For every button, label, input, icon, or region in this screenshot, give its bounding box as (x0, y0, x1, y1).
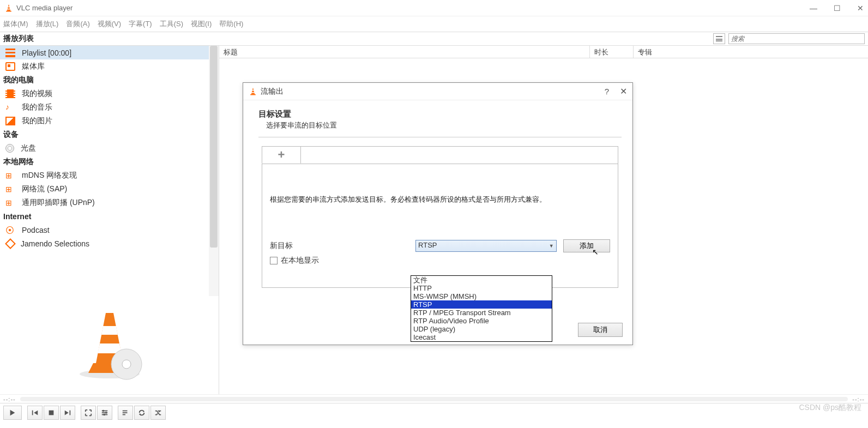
svg-marker-15 (10, 409, 15, 415)
maximize-button[interactable]: ☐ (834, 4, 841, 13)
show-local-label: 在本地显示 (281, 256, 319, 266)
dropdown-option[interactable]: RTSP (411, 300, 552, 309)
sidebar-item-label: Playlist [00:00] (19, 49, 71, 57)
menu-view[interactable]: 视图(I) (191, 19, 212, 29)
mus-icon: ♪ (5, 103, 15, 112)
col-duration[interactable]: 时长 (590, 46, 634, 58)
search-input[interactable] (728, 33, 865, 44)
vlc-cone-icon (4, 4, 13, 13)
seek-track[interactable] (20, 397, 848, 401)
sidebar-item[interactable]: ♪我的音乐 (0, 100, 219, 114)
svg-point-24 (103, 409, 105, 412)
add-tab-button[interactable]: + (262, 146, 301, 164)
sidebar: Playlist [00:00]媒体库我的电脑我的视频♪我的音乐我的图片设备光盘… (0, 46, 219, 394)
svg-rect-27 (123, 410, 128, 411)
sidebar-category: 设备 (0, 128, 219, 141)
dropdown-option[interactable]: 文件 (411, 276, 552, 284)
sidebar-item[interactable]: Jamendo Selections (0, 237, 219, 250)
col-title[interactable]: 标题 (219, 46, 590, 58)
menu-subtitle[interactable]: 字幕(T) (129, 19, 152, 29)
svg-marker-19 (65, 410, 69, 415)
show-local-checkbox[interactable] (270, 257, 278, 264)
sidebar-item[interactable]: 我的视频 (0, 87, 219, 100)
sidebar-item[interactable]: Playlist [00:00] (0, 46, 219, 59)
sidebar-item-label: Jamendo Selections (17, 239, 89, 248)
dropdown-option[interactable]: HTTP (411, 284, 552, 292)
time-elapsed: --:-- (3, 396, 16, 402)
watermark: CSDN @ps酷教程 (799, 403, 861, 413)
time-total: --:-- (852, 396, 865, 402)
sidebar-item[interactable]: ⊞网络流 (SAP) (0, 182, 219, 196)
svg-rect-28 (123, 412, 128, 413)
jam-icon (5, 238, 16, 249)
sidebar-item-label: mDNS 网络发现 (19, 171, 77, 180)
shuffle-button[interactable] (150, 406, 166, 420)
pic-icon (5, 117, 15, 125)
sidebar-category: 我的电脑 (0, 73, 219, 87)
svg-point-26 (103, 413, 105, 415)
next-button[interactable] (60, 406, 75, 420)
sidebar-item-label: 媒体库 (19, 62, 45, 71)
sidebar-item-label: 我的音乐 (19, 103, 52, 112)
svg-marker-11 (251, 87, 255, 94)
prev-button[interactable] (27, 406, 43, 420)
destination-tabs: + 根据您需要的串流方式添加发送目标。务必检查转码器所设的格式是否与所用方式兼容… (262, 146, 618, 288)
menu-media[interactable]: 媒体(M) (3, 19, 28, 29)
sidebar-item[interactable]: ⊞mDNS 网络发现 (0, 168, 219, 182)
dropdown-option[interactable]: UDP (legacy) (411, 325, 552, 333)
dropdown-option[interactable]: MS-WMSP (MMSH) (411, 292, 552, 300)
stop-button[interactable] (44, 406, 59, 420)
svg-rect-16 (32, 410, 33, 415)
playlist-button[interactable] (118, 406, 133, 420)
fullscreen-button[interactable] (81, 406, 96, 420)
menu-tools[interactable]: 工具(S) (160, 19, 183, 29)
svg-rect-2 (7, 8, 10, 9)
menu-video[interactable]: 视频(V) (98, 19, 121, 29)
cancel-button[interactable]: 取消 (578, 323, 623, 337)
sidebar-category: Internet (0, 209, 219, 223)
loop-button[interactable] (134, 406, 149, 420)
playlist-header: 播放列表 (0, 32, 868, 46)
sidebar-item[interactable]: 我的图片 (0, 114, 219, 128)
dropdown-option[interactable]: RTP Audio/Video Profile (411, 317, 552, 325)
svg-rect-12 (252, 89, 254, 91)
combobox-value: RTSP (418, 241, 437, 249)
playlist-label: 播放列表 (3, 34, 34, 44)
sidebar-item[interactable]: ⊞通用即插即播 (UPnP) (0, 196, 219, 209)
svg-rect-29 (123, 414, 125, 415)
play-button[interactable] (3, 406, 22, 420)
svg-rect-13 (251, 92, 255, 93)
net-icon: ⊞ (5, 185, 15, 194)
svg-rect-1 (8, 6, 10, 7)
svg-marker-31 (139, 413, 141, 415)
dropdown-option[interactable]: RTP / MPEG Transport Stream (411, 309, 552, 317)
menu-playback[interactable]: 播放(L) (36, 19, 59, 29)
close-button[interactable]: ✕ (857, 4, 864, 13)
vlc-logo (0, 296, 219, 394)
ext-settings-button[interactable] (97, 406, 112, 420)
sidebar-item[interactable]: 光盘 (0, 141, 219, 155)
add-button[interactable]: 添加 ↖ (563, 239, 610, 252)
dialog-close-button[interactable]: ✕ (620, 86, 627, 97)
svg-point-10 (122, 360, 131, 369)
col-album[interactable]: 专辑 (634, 46, 868, 58)
svg-rect-18 (49, 410, 54, 415)
list-icon (5, 49, 15, 57)
destination-combobox[interactable]: RTSP ▼ (415, 240, 557, 252)
menu-help[interactable]: 帮助(H) (219, 19, 243, 29)
sidebar-scrollbar[interactable] (209, 46, 219, 296)
view-mode-button[interactable] (713, 33, 725, 44)
svg-rect-20 (70, 410, 71, 415)
dialog-help-button[interactable]: ? (605, 87, 609, 96)
sidebar-item[interactable]: 媒体库 (0, 59, 219, 73)
dropdown-option[interactable]: Icecast (411, 333, 552, 341)
svg-rect-3 (6, 10, 11, 11)
minimize-button[interactable]: — (810, 4, 817, 13)
sidebar-item-label: 光盘 (17, 143, 36, 153)
window-titlebar: VLC media player — ☐ ✕ (0, 0, 868, 16)
dialog-heading: 目标设置 (258, 109, 622, 119)
sidebar-item[interactable]: ⦿Podcast (0, 223, 219, 237)
menu-audio[interactable]: 音频(A) (66, 19, 89, 29)
svg-marker-17 (34, 410, 38, 415)
destination-dropdown-list[interactable]: 文件HTTPMS-WMSP (MMSH)RTSPRTP / MPEG Trans… (411, 275, 552, 342)
